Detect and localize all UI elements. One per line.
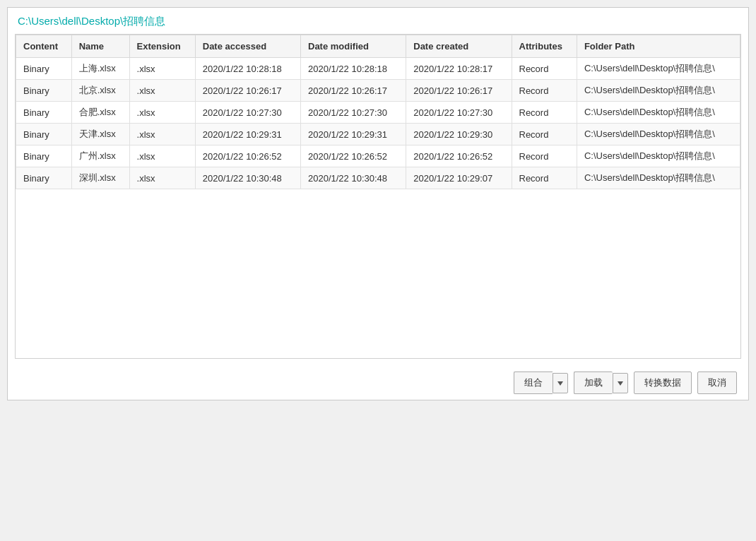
cell-row5-col3: 2020/1/22 10:30:48: [195, 167, 300, 189]
cell-row2-col6: Record: [512, 102, 577, 124]
cell-row1-col4: 2020/1/22 10:26:17: [301, 80, 406, 102]
cell-row0-col4: 2020/1/22 10:28:18: [301, 58, 406, 80]
cell-row3-col3: 2020/1/22 10:29:31: [195, 124, 300, 145]
cell-row1-col0: Binary: [16, 80, 72, 102]
convert-label: 转换数据: [644, 377, 681, 388]
table-container: Content Name Extension Date accessed Dat…: [15, 34, 741, 359]
cell-row1-col1: 北京.xlsx: [71, 80, 129, 102]
combine-arrow-icon: [557, 381, 563, 386]
col-header-attributes: Attributes: [512, 35, 577, 58]
cell-row2-col4: 2020/1/22 10:27:30: [301, 102, 406, 124]
cell-row5-col1: 深圳.xlsx: [71, 167, 129, 189]
path-header: C:\Users\dell\Desktop\招聘信息: [8, 8, 748, 34]
col-header-date-modified: Date modified: [301, 35, 406, 58]
col-header-extension: Extension: [129, 35, 195, 58]
load-arrow-icon: [618, 381, 623, 386]
cell-row5-col6: Record: [512, 167, 577, 189]
col-header-date-created: Date created: [406, 35, 512, 58]
cell-row5-col0: Binary: [16, 167, 72, 189]
cell-row1-col3: 2020/1/22 10:26:17: [195, 80, 300, 102]
cell-row5-col2: .xlsx: [129, 167, 195, 189]
load-button[interactable]: 加载: [574, 371, 613, 394]
cell-row1-col5: 2020/1/22 10:26:17: [406, 80, 512, 102]
table-header-row: Content Name Extension Date accessed Dat…: [16, 35, 740, 58]
cell-row0-col0: Binary: [16, 58, 72, 80]
load-label: 加载: [584, 377, 603, 388]
table-row: Binary北京.xlsx.xlsx2020/1/22 10:26:172020…: [16, 80, 740, 102]
combine-label: 组合: [524, 377, 543, 388]
cell-row2-col3: 2020/1/22 10:27:30: [195, 102, 300, 124]
file-table: Content Name Extension Date accessed Dat…: [16, 35, 740, 189]
cell-row1-col7: C:\Users\dell\Desktop\招聘信息\: [577, 80, 740, 102]
path-text: C:\Users\dell\Desktop\招聘信息: [18, 15, 165, 27]
cell-row0-col6: Record: [512, 58, 577, 80]
cell-row5-col5: 2020/1/22 10:29:07: [406, 167, 512, 189]
convert-button[interactable]: 转换数据: [634, 371, 692, 394]
cell-row4-col5: 2020/1/22 10:26:52: [406, 145, 512, 167]
table-row: Binary上海.xlsx.xlsx2020/1/22 10:28:182020…: [16, 58, 740, 80]
load-button-group: 加载: [572, 371, 628, 394]
cell-row3-col1: 天津.xlsx: [71, 124, 129, 145]
cell-row0-col7: C:\Users\dell\Desktop\招聘信息\: [577, 58, 740, 80]
cancel-button[interactable]: 取消: [697, 371, 737, 394]
combine-dropdown-button[interactable]: [553, 373, 568, 393]
cell-row3-col0: Binary: [16, 124, 72, 145]
cell-row3-col7: C:\Users\dell\Desktop\招聘信息\: [577, 124, 740, 145]
col-header-name: Name: [71, 35, 129, 58]
col-header-folder-path: Folder Path: [577, 35, 740, 58]
cell-row2-col7: C:\Users\dell\Desktop\招聘信息\: [577, 102, 740, 124]
cell-row5-col7: C:\Users\dell\Desktop\招聘信息\: [577, 167, 740, 189]
cell-row0-col5: 2020/1/22 10:28:17: [406, 58, 512, 80]
cell-row4-col0: Binary: [16, 145, 72, 167]
cell-row4-col7: C:\Users\dell\Desktop\招聘信息\: [577, 145, 740, 167]
outer-container: C:\Users\dell\Desktop\招聘信息 Content Name …: [0, 0, 756, 541]
combine-button[interactable]: 组合: [514, 371, 553, 394]
cell-row4-col2: .xlsx: [129, 145, 195, 167]
table-row: Binary天津.xlsx.xlsx2020/1/22 10:29:312020…: [16, 124, 740, 145]
cell-row4-col1: 广州.xlsx: [71, 145, 129, 167]
main-panel: C:\Users\dell\Desktop\招聘信息 Content Name …: [7, 7, 749, 400]
cell-row2-col5: 2020/1/22 10:27:30: [406, 102, 512, 124]
table-body: Binary上海.xlsx.xlsx2020/1/22 10:28:182020…: [16, 58, 740, 189]
cell-row1-col6: Record: [512, 80, 577, 102]
cell-row0-col1: 上海.xlsx: [71, 58, 129, 80]
cell-row5-col4: 2020/1/22 10:30:48: [301, 167, 406, 189]
cell-row2-col1: 合肥.xlsx: [71, 102, 129, 124]
col-header-content: Content: [16, 35, 72, 58]
cell-row4-col4: 2020/1/22 10:26:52: [301, 145, 406, 167]
footer: 组合 加载 转换数据 取消: [8, 366, 748, 400]
combine-button-group: 组合: [514, 371, 568, 394]
cell-row0-col3: 2020/1/22 10:28:18: [195, 58, 300, 80]
cell-row3-col6: Record: [512, 124, 577, 145]
table-row: Binary合肥.xlsx.xlsx2020/1/22 10:27:302020…: [16, 102, 740, 124]
load-dropdown-button[interactable]: [613, 373, 628, 393]
cell-row4-col6: Record: [512, 145, 577, 167]
cell-row3-col2: .xlsx: [129, 124, 195, 145]
cell-row2-col2: .xlsx: [129, 102, 195, 124]
cell-row4-col3: 2020/1/22 10:26:52: [195, 145, 300, 167]
table-row: Binary广州.xlsx.xlsx2020/1/22 10:26:522020…: [16, 145, 740, 167]
table-row: Binary深圳.xlsx.xlsx2020/1/22 10:30:482020…: [16, 167, 740, 189]
cell-row2-col0: Binary: [16, 102, 72, 124]
cancel-label: 取消: [708, 377, 726, 388]
cell-row3-col5: 2020/1/22 10:29:30: [406, 124, 512, 145]
cell-row0-col2: .xlsx: [129, 58, 195, 80]
cell-row1-col2: .xlsx: [129, 80, 195, 102]
col-header-date-accessed: Date accessed: [195, 35, 300, 58]
cell-row3-col4: 2020/1/22 10:29:31: [301, 124, 406, 145]
